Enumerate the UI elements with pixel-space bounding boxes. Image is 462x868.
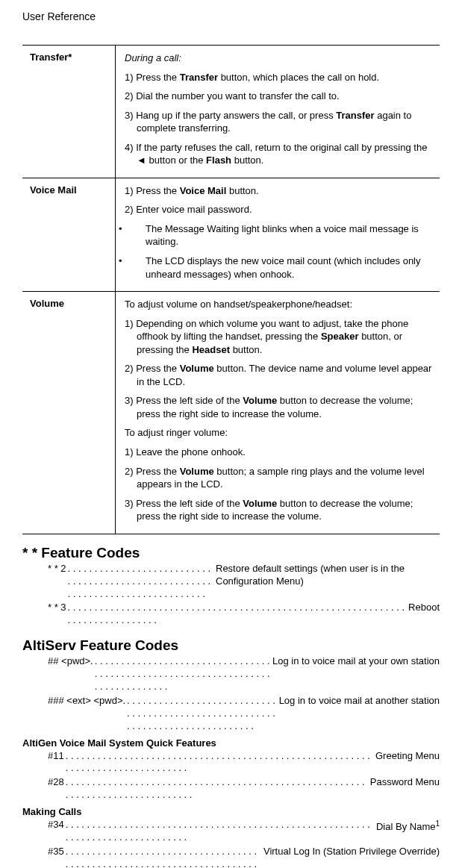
dot-leader — [64, 819, 376, 844]
feature-table: Transfer*During a call:1) Press the Tran… — [22, 45, 440, 534]
feature-line: •The Message Waiting light blinks when a… — [125, 222, 432, 249]
dot-leader — [64, 776, 370, 802]
feature-line: 1) Depending on which volume you want to… — [125, 317, 432, 357]
feature-line: 2) Press the Volume button; a sample rin… — [125, 465, 432, 491]
feature-line: 3) Hang up if the party answers the call… — [125, 109, 432, 135]
table-row: Transfer*During a call:1) Press the Tran… — [22, 46, 440, 178]
dot-leader — [66, 602, 409, 627]
altiserv-codes-list: ## <pwd>.Log in to voice mail at your ow… — [22, 655, 440, 732]
dot-leader — [66, 563, 216, 601]
feature-line: 4) If the party refuses the call, return… — [125, 141, 432, 167]
subsection-vm-quick-title: AltiGen Voice Mail System Quick Features — [22, 737, 440, 749]
code-row: #34Dial By Name1 — [48, 819, 440, 844]
feature-line: To adjust volume on handset/speakerphone… — [125, 298, 432, 311]
feature-label: Volume — [22, 292, 116, 534]
making-calls-codes-list: #34Dial By Name1#35Virtual Log In (Stati… — [22, 819, 440, 868]
dot-leader — [64, 846, 263, 868]
code-key: #11 — [48, 750, 64, 775]
running-head: User Reference — [22, 0, 440, 45]
code-key: #34 — [48, 819, 64, 844]
code-description: Log in to voice mail at another station — [279, 695, 440, 733]
feature-description: During a call:1) Press the Transfer butt… — [116, 46, 440, 178]
feature-line: 1) Press the Voice Mail button. — [125, 184, 432, 198]
code-description: Restore default settings (when user is i… — [216, 563, 440, 601]
feature-line: 2) Enter voice mail password. — [125, 203, 432, 216]
section-altiserv-title: AltiServ Feature Codes — [22, 637, 440, 654]
code-key: ## <pwd>. — [48, 655, 93, 693]
star-codes-list: * * 2Restore default settings (when user… — [22, 563, 440, 627]
code-description: Virtual Log In (Station Privilege Overri… — [263, 846, 440, 868]
code-key: #35 — [48, 846, 64, 868]
feature-label: Voice Mail — [22, 178, 116, 291]
code-row: * * 3Reboot — [48, 602, 440, 627]
table-row: Voice Mail1) Press the Voice Mail button… — [22, 178, 440, 291]
code-key: * * 2 — [48, 563, 66, 601]
vm-quick-codes-list: #11Greeting Menu#28Password Menu — [22, 750, 440, 802]
feature-line: 2) Press the Volume button. The device n… — [125, 362, 432, 388]
code-row: #28Password Menu — [48, 776, 440, 802]
section-star-codes-title: * * Feature Codes — [22, 545, 440, 561]
code-description: Dial By Name1 — [376, 819, 440, 844]
feature-line: 1) Leave the phone onhook. — [125, 446, 432, 459]
feature-line: To adjust ringer volume: — [125, 426, 432, 440]
code-key: ### <ext> <pwd>. — [48, 695, 125, 733]
code-description: Log in to voice mail at your own station — [272, 655, 440, 693]
code-key: #28 — [48, 776, 64, 802]
feature-description: 1) Press the Voice Mail button.2) Enter … — [116, 178, 440, 291]
feature-line: During a call: — [125, 51, 432, 65]
feature-line: 3) Press the left side of the Volume but… — [125, 394, 432, 420]
dot-leader — [64, 750, 375, 775]
feature-line: 2) Dial the number you want to transfer … — [125, 90, 432, 103]
feature-line: 1) Press the Transfer button, which plac… — [125, 71, 432, 84]
code-row: #11Greeting Menu — [48, 750, 440, 775]
code-description: Greeting Menu — [375, 750, 440, 775]
dot-leader — [93, 655, 272, 693]
feature-description: To adjust volume on handset/speakerphone… — [116, 292, 440, 534]
feature-table-body: Transfer*During a call:1) Press the Tran… — [22, 46, 440, 534]
table-row: VolumeTo adjust volume on handset/speake… — [22, 292, 440, 534]
code-description: Reboot — [408, 602, 440, 627]
feature-line: •The LCD displays the new voice mail cou… — [125, 255, 432, 281]
subsection-making-calls-title: Making Calls — [22, 806, 440, 817]
code-row: ### <ext> <pwd>.Log in to voice mail at … — [48, 695, 440, 733]
feature-line: 3) Press the left side of the Volume but… — [125, 497, 432, 523]
code-description: Password Menu — [370, 776, 440, 802]
code-row: * * 2Restore default settings (when user… — [48, 563, 440, 601]
feature-label: Transfer* — [22, 46, 116, 178]
code-key: * * 3 — [48, 602, 66, 627]
code-row: ## <pwd>.Log in to voice mail at your ow… — [48, 655, 440, 693]
code-row: #35Virtual Log In (Station Privilege Ove… — [48, 846, 440, 868]
dot-leader — [125, 695, 279, 733]
